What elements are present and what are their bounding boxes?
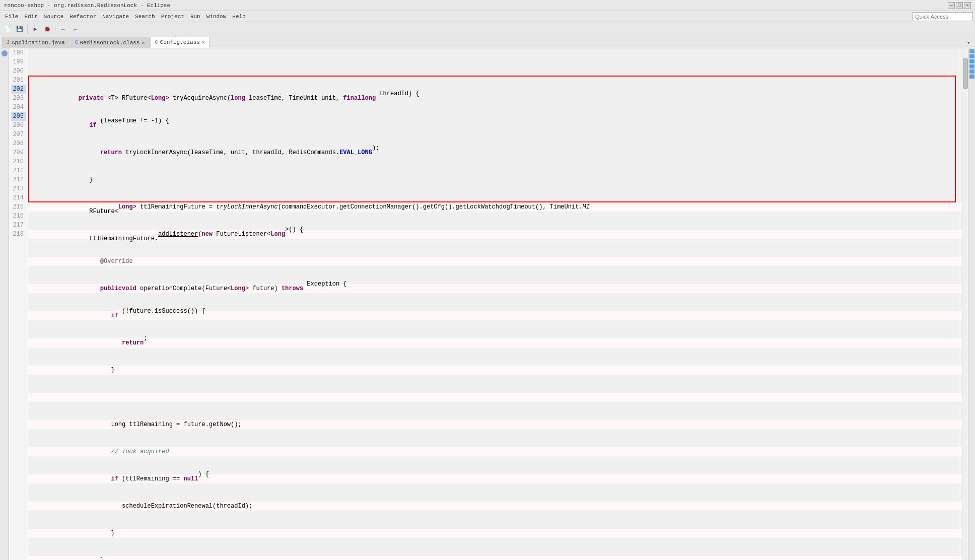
menu-help-1[interactable]: Help	[229, 13, 248, 21]
gutter-space	[2, 66, 8, 73]
code-line-204: @Override	[28, 257, 962, 266]
code-line-210: Long ttlRemaining = future.getNow();	[28, 420, 962, 429]
code-line-199: if (leaseTime != -1) {	[28, 121, 962, 130]
ln217: 217	[11, 221, 26, 230]
right-margin-1	[968, 48, 975, 560]
fwd-btn-1[interactable]: →	[69, 24, 81, 35]
sep2	[55, 25, 55, 34]
ln209: 209	[11, 148, 26, 157]
close-btn-1[interactable]: ✕	[964, 2, 971, 9]
code-line-215: }	[28, 556, 962, 560]
ln204: 204	[11, 103, 26, 112]
code-line-202: RFuture<Long> ttlRemainingFuture = tryLo…	[28, 202, 962, 212]
ln216: 216	[11, 212, 26, 221]
menu-search-1[interactable]: Search	[132, 13, 158, 21]
margin-mark-2	[969, 54, 974, 58]
ln218: 218	[11, 230, 26, 239]
code-line-208: }	[28, 366, 962, 375]
code-line-211: // lock acquired	[28, 447, 962, 456]
ln208: 208	[11, 139, 26, 148]
menu-project-1[interactable]: Project	[158, 13, 187, 21]
code-line-201: }	[28, 175, 962, 184]
margin-mark-3	[969, 59, 974, 63]
code-line-213: scheduleExpirationRenewal(threadId);	[28, 502, 962, 511]
ln202: 202	[11, 85, 26, 94]
code-line-207: return;	[28, 338, 962, 347]
upper-pane: roncoo-eshop - org.redisson.RedissonLock…	[0, 0, 975, 560]
margin-mark-6	[969, 75, 974, 79]
ln200: 200	[11, 66, 26, 76]
quick-access-input-1[interactable]	[913, 12, 973, 21]
ln198: 198	[11, 48, 26, 57]
menu-source-1[interactable]: Source	[41, 13, 67, 21]
menu-edit-1[interactable]: Edit	[21, 13, 40, 21]
margin-mark-4	[969, 64, 974, 68]
menu-file-1[interactable]: File	[2, 13, 21, 21]
tab-application-java-1[interactable]: J Application.java	[2, 37, 69, 48]
ln215: 215	[11, 202, 26, 212]
ln213: 213	[11, 184, 26, 193]
margin-mark-1	[969, 49, 974, 53]
ln211: 211	[11, 166, 26, 175]
ln206: 206	[11, 121, 26, 130]
tab-bar-1: J Application.java C RedissonLock.class …	[0, 36, 975, 48]
scrollbar-thumb-1[interactable]	[963, 58, 968, 89]
code-line-209	[28, 393, 962, 402]
minimize-btn-1[interactable]: ─	[948, 2, 955, 9]
ln210: 210	[11, 157, 26, 166]
code-line-212: if (ttlRemaining == null) {	[28, 474, 962, 483]
code-line-198: private <T> RFuture<Long> tryAcquireAsyn…	[28, 94, 962, 103]
menu-refactor-1[interactable]: Refactor	[66, 13, 99, 21]
ln203: 203	[11, 94, 26, 103]
ln205: 205	[11, 112, 26, 121]
window-title-1: roncoo-eshop - org.redisson.RedissonLock…	[4, 3, 170, 9]
java-icon-1: J	[7, 40, 10, 45]
left-gutter-1	[0, 48, 9, 560]
code-line-214: }	[28, 529, 962, 538]
breakpoint-icon	[2, 50, 8, 56]
margin-mark-5	[969, 69, 974, 74]
editor-area-1: 198 199 200 201 202 203 204 205 206 207 …	[0, 48, 975, 560]
ln207: 207	[11, 130, 26, 139]
scrollbar-v-1[interactable]	[962, 48, 968, 560]
menu-run-1[interactable]: Run	[187, 13, 203, 21]
code-line-205: public void operationComplete(Future<Lon…	[28, 284, 962, 293]
menu-window-1[interactable]: Window	[203, 13, 230, 21]
restore-btn-1[interactable]: □	[956, 2, 963, 9]
sep1	[27, 25, 28, 34]
class-icon-1: C	[75, 40, 78, 45]
code-line-200: return tryLockInnerAsync(leaseTime, unit…	[28, 148, 962, 157]
code-content-1[interactable]: private <T> RFuture<Long> tryAcquireAsyn…	[28, 48, 962, 560]
run-btn-1[interactable]: ▶	[30, 24, 41, 35]
view-menu-1[interactable]: ▾	[963, 37, 974, 48]
config-icon-1: C	[155, 40, 158, 45]
code-line-206: if (!future.isSuccess()) {	[28, 311, 962, 320]
tab-config-class-1[interactable]: C Config.class ✕	[151, 37, 210, 48]
save-btn-1[interactable]: 💾	[14, 24, 25, 35]
debug-btn-1[interactable]: 🐞	[42, 24, 53, 35]
window-controls-1: ─ □ ✕	[948, 2, 971, 9]
new-btn-1[interactable]: 📄	[2, 24, 13, 35]
tab-close-config-1[interactable]: ✕	[202, 39, 205, 45]
title-bar-1: roncoo-eshop - org.redisson.RedissonLock…	[0, 0, 975, 11]
ln212: 212	[11, 175, 26, 184]
eclipse-window: roncoo-eshop - org.redisson.RedissonLock…	[0, 0, 975, 560]
menu-bar-1: File Edit Source Refactor Navigate Searc…	[0, 11, 975, 22]
code-line-203: ttlRemainingFuture.addListener(new Futur…	[28, 230, 962, 239]
tab-redissonlock-class-1[interactable]: C RedissonLock.class ✕	[71, 37, 150, 48]
ln201: 201	[11, 76, 26, 85]
gutter-space	[2, 58, 8, 64]
ln199: 199	[11, 57, 26, 66]
toolbar-1: 📄 💾 ▶ 🐞 ← →	[0, 22, 975, 36]
back-btn-1[interactable]: ←	[57, 24, 68, 35]
tab-close-redisson-1[interactable]: ✕	[142, 40, 145, 46]
ln214: 214	[11, 193, 26, 202]
menu-navigate-1[interactable]: Navigate	[99, 13, 132, 21]
line-numbers-1: 198 199 200 201 202 203 204 205 206 207 …	[9, 48, 28, 560]
